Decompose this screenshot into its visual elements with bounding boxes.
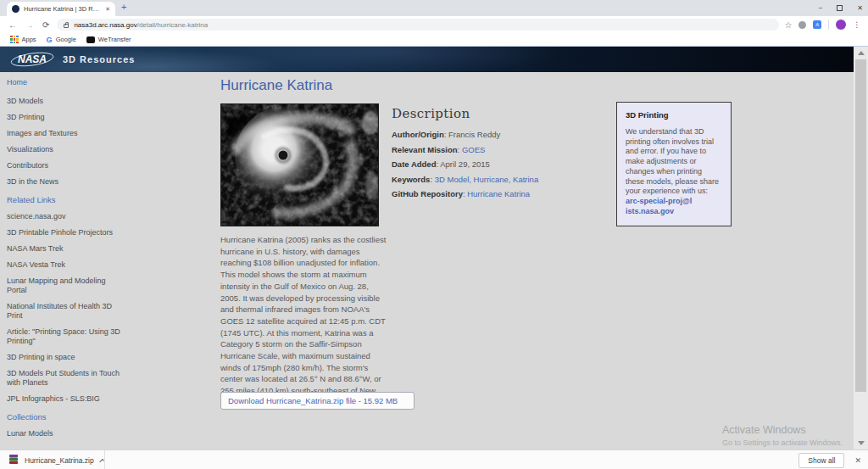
scrollbar-thumb[interactable] (855, 59, 866, 392)
github-repo-link[interactable]: Hurricane Katrina (467, 189, 530, 198)
related-link[interactable]: 3D Models Put Students in Touch with Pla… (7, 369, 122, 388)
browser-menu-icon[interactable]: ⋮ (853, 20, 860, 29)
description-column: Description Author/OriginFrancis Reddy R… (392, 106, 604, 204)
bookmark-star-icon[interactable]: ☆ (784, 20, 792, 30)
shelf-close-icon[interactable]: ✕ (854, 456, 861, 465)
address-bar[interactable]: nasa3d.arc.nasa.gov/detail/hurricane-kat… (57, 19, 779, 31)
toolbar-right: ☆ A ⋮ (784, 20, 860, 30)
related-link[interactable]: 3D Printing in space (7, 353, 122, 362)
bookmark-label: Apps (22, 36, 36, 43)
shelf-right: Show all ✕ (798, 450, 861, 469)
refresh-icon[interactable]: ⟳ (42, 20, 49, 30)
sidebar-item-3d-printing[interactable]: 3D Printing (7, 113, 122, 122)
apps-grid-icon (10, 36, 19, 44)
related-links-heading: Related Links (7, 195, 122, 204)
sidebar-item-images-textures[interactable]: Images and Textures (7, 129, 122, 138)
nasa-favicon-icon (12, 5, 19, 13)
sidebar-item-3d-in-news[interactable]: 3D in the News (7, 177, 122, 187)
meta-mission: Relevant MissionGOES (392, 145, 604, 154)
activate-windows-watermark: Activate Windows Go to Settings to activ… (722, 424, 843, 447)
bookmark-label: Google (56, 36, 76, 43)
bookmarks-bar: Apps G Google WeTransfer (0, 33, 868, 47)
browser-window: Hurricane Katrina | 3D Resources ✕ + − ✕… (0, 0, 868, 469)
page-scrollbar[interactable] (854, 47, 868, 449)
google-g-icon: G (47, 36, 53, 44)
url-path: /detail/hurricane-katrina (137, 21, 209, 29)
related-link[interactable]: 3D Printable Pinhole Projectors (7, 228, 122, 237)
bookmark-label: WeTransfer (98, 36, 131, 43)
related-link[interactable]: Article: "Printing Space: Using 3D Print… (7, 327, 122, 346)
downloaded-file-chip[interactable]: Hurricane_Katrina.zip (0, 450, 105, 469)
related-link[interactable]: NASA Vesta Trek (7, 260, 122, 270)
window-minimize-button[interactable]: − (819, 5, 823, 12)
page-content: NASA 3D Resources Home 3D Models 3D Prin… (0, 47, 868, 449)
description-paragraph: Hurricane Katrina (2005) ranks as the co… (220, 234, 387, 409)
related-link[interactable]: Lunar Mapping and Modeling Portal (7, 276, 122, 295)
related-link[interactable]: science.nasa.gov (7, 212, 122, 221)
nasa-logo[interactable]: NASA (10, 50, 54, 69)
window-maximize-button[interactable] (837, 5, 843, 11)
show-all-button[interactable]: Show all (798, 453, 844, 468)
chevron-up-icon[interactable] (99, 459, 104, 464)
scrollbar-up-icon[interactable] (858, 51, 865, 55)
sidebar-item-visualizations[interactable]: Visualizations (7, 145, 122, 154)
tab-title: Hurricane Katrina | 3D Resources (24, 5, 102, 13)
bookmark-wetransfer[interactable]: WeTransfer (86, 36, 131, 43)
related-link[interactable]: JPL Infographics - SLS:BIG (7, 394, 122, 404)
print-info-box: 3D Printing We understand that 3D printi… (616, 102, 732, 226)
print-box-text: We understand that 3D printing often inv… (626, 127, 722, 197)
downloaded-file-name: Hurricane_Katrina.zip (25, 456, 94, 465)
browser-tab[interactable]: Hurricane Katrina | 3D Resources ✕ (7, 2, 115, 16)
collection-link[interactable]: Lunar Models (7, 429, 122, 438)
tab-close-icon[interactable]: ✕ (105, 6, 110, 13)
metadata-list: Author/OriginFrancis Reddy Relevant Miss… (392, 130, 604, 198)
forward-icon[interactable]: → (25, 20, 34, 30)
site-title: 3D Resources (63, 54, 135, 64)
meta-github: GitHub RepositoryHurricane Katrina (392, 189, 604, 198)
related-link[interactable]: National Institutes of Health 3D Print (7, 302, 122, 321)
wetransfer-icon (86, 36, 95, 43)
bookmark-apps[interactable]: Apps (10, 36, 36, 44)
hurricane-image (220, 103, 379, 226)
zip-file-icon (8, 453, 19, 468)
collections-heading: Collections (7, 412, 122, 422)
download-shelf: Hurricane_Katrina.zip Show all ✕ (0, 449, 868, 469)
print-email-link[interactable]: arc-special-proj@lists.nasa.gov (626, 197, 693, 216)
sidebar-item-home[interactable]: Home (7, 78, 122, 87)
back-icon[interactable]: ← (8, 20, 17, 30)
translate-icon[interactable]: A (813, 20, 821, 29)
tab-strip: Hurricane Katrina | 3D Resources ✕ + − ✕ (0, 0, 868, 16)
window-controls: − ✕ (819, 0, 863, 16)
browser-toolbar: ← → ⟳ nasa3d.arc.nasa.gov/detail/hurrica… (0, 16, 868, 33)
extension-icon[interactable] (798, 21, 806, 29)
window-close-button[interactable]: ✕ (857, 5, 863, 12)
toolbar-divider (828, 20, 829, 30)
scrollbar-down-icon[interactable] (858, 441, 865, 445)
sidebar-item-3d-models[interactable]: 3D Models (7, 97, 122, 106)
sidebar-item-contributors[interactable]: Contributors (7, 161, 122, 170)
description-heading: Description (392, 106, 604, 121)
lock-icon (64, 24, 69, 28)
bookmark-google[interactable]: G Google (47, 36, 76, 44)
print-box-title: 3D Printing (626, 110, 722, 120)
profile-avatar[interactable] (836, 20, 846, 30)
page-title: Hurricane Katrina (220, 77, 332, 94)
new-tab-button[interactable]: + (121, 2, 126, 12)
keywords-links[interactable]: 3D Model, Hurricane, Katrina (435, 175, 539, 184)
site-header: NASA 3D Resources (0, 47, 854, 72)
meta-author: Author/OriginFrancis Reddy (392, 130, 604, 139)
url-host: nasa3d.arc.nasa.gov (74, 21, 136, 29)
related-link[interactable]: NASA Mars Trek (7, 244, 122, 254)
sidebar: Home 3D Models 3D Printing Images and Te… (7, 78, 122, 445)
svg-text:NASA: NASA (18, 53, 47, 65)
mission-link[interactable]: GOES (462, 145, 485, 154)
meta-date-added: Date AddedApril 29, 2015 (392, 159, 604, 169)
download-zip-button[interactable]: Download Hurricane_Katrina.zip file - 15… (220, 392, 415, 410)
meta-keywords: Keywords3D Model, Hurricane, Katrina (392, 175, 604, 184)
